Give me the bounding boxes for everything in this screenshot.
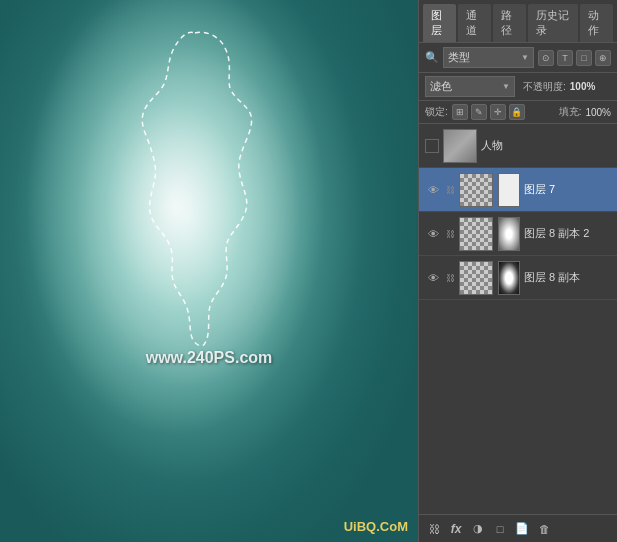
- layer-name: 图层 8 副本 2: [524, 226, 611, 241]
- blend-mode-label: 滤色: [430, 79, 452, 94]
- panel-area: 图层 通道 路径 历史记录 动作 🔍 类型 ▼ ⊙ T □ ⊕ 滤色 ▼ 不透明…: [418, 0, 617, 542]
- watermark-text: www.240PS.com: [146, 349, 273, 367]
- canvas-area: www.240PS.com UiBQ.CoM: [0, 0, 418, 542]
- layer-chain-icon: ⛓: [445, 270, 455, 286]
- layer-name: 图层 7: [524, 182, 611, 197]
- layers-list: 人物 👁 ⛓ 图层 7 👁 ⛓ 图层 8 副本 2: [419, 124, 617, 514]
- lock-pixels-btn[interactable]: ⊞: [452, 104, 468, 120]
- layer-mask-thumbnail: [498, 217, 520, 251]
- group-icon[interactable]: □: [491, 520, 509, 538]
- layer-thumbnail: [459, 217, 493, 251]
- selection-outline: [115, 28, 290, 348]
- tab-history[interactable]: 历史记录: [528, 4, 578, 42]
- layer-chain-icon: ⛓: [445, 226, 455, 242]
- search-icon: 🔍: [425, 51, 439, 64]
- lock-label: 锁定:: [425, 105, 448, 119]
- tab-channels[interactable]: 通道: [458, 4, 491, 42]
- type-dropdown-arrow: ▼: [521, 53, 529, 62]
- lock-paint-btn[interactable]: ✎: [471, 104, 487, 120]
- layer-chain-icon: ⛓: [445, 182, 455, 198]
- lock-row: 锁定: ⊞ ✎ ✛ 🔒 填充: 100%: [419, 101, 617, 124]
- layer-mask-thumbnail: [498, 261, 520, 295]
- blend-dropdown-arrow: ▼: [502, 82, 510, 91]
- filter-icon-2[interactable]: T: [557, 50, 573, 66]
- layer-name: 图层 8 副本: [524, 270, 611, 285]
- tab-actions[interactable]: 动作: [580, 4, 613, 42]
- layer-item[interactable]: 👁 ⛓ 图层 8 副本: [419, 256, 617, 300]
- blend-row: 滤色 ▼ 不透明度: 100%: [419, 73, 617, 101]
- uibq-watermark: UiBQ.CoM: [344, 519, 408, 534]
- layer-eye-icon[interactable]: 👁: [425, 270, 441, 286]
- opacity-label: 不透明度:: [523, 80, 566, 94]
- tab-layers[interactable]: 图层: [423, 4, 456, 42]
- filter-icons: ⊙ T □ ⊕: [538, 50, 611, 66]
- fill-value[interactable]: 100%: [585, 107, 611, 118]
- new-layer-icon[interactable]: 📄: [513, 520, 531, 538]
- lock-icons-group: ⊞ ✎ ✛ 🔒: [452, 104, 555, 120]
- lock-all-btn[interactable]: 🔒: [509, 104, 525, 120]
- bottom-toolbar: ⛓ fx ◑ □ 📄 🗑: [419, 514, 617, 542]
- tabs-row: 图层 通道 路径 历史记录 动作: [419, 0, 617, 43]
- blend-mode-dropdown[interactable]: 滤色 ▼: [425, 76, 515, 97]
- type-label: 类型: [448, 50, 470, 65]
- layer-name: 人物: [481, 138, 611, 153]
- layer-eye-icon[interactable]: 👁: [425, 182, 441, 198]
- filter-icon-4[interactable]: ⊕: [595, 50, 611, 66]
- lock-move-btn[interactable]: ✛: [490, 104, 506, 120]
- filter-icon-3[interactable]: □: [576, 50, 592, 66]
- filter-icon-1[interactable]: ⊙: [538, 50, 554, 66]
- delete-layer-icon[interactable]: 🗑: [535, 520, 553, 538]
- opacity-value[interactable]: 100%: [570, 81, 596, 92]
- type-dropdown[interactable]: 类型 ▼: [443, 47, 534, 68]
- layer-item[interactable]: 👁 ⛓ 图层 7: [419, 168, 617, 212]
- layer-thumbnail: [443, 129, 477, 163]
- filter-row: 🔍 类型 ▼ ⊙ T □ ⊕: [419, 43, 617, 73]
- layer-thumbnail: [459, 173, 493, 207]
- link-icon[interactable]: ⛓: [425, 520, 443, 538]
- layer-item[interactable]: 人物: [419, 124, 617, 168]
- layer-eye-icon[interactable]: 👁: [425, 226, 441, 242]
- fill-label: 填充:: [559, 105, 582, 119]
- layer-mask-thumbnail: [498, 173, 520, 207]
- layer-visibility-checkbox[interactable]: [425, 139, 439, 153]
- fx-icon[interactable]: fx: [447, 520, 465, 538]
- adjustment-icon[interactable]: ◑: [469, 520, 487, 538]
- layer-item[interactable]: 👁 ⛓ 图层 8 副本 2: [419, 212, 617, 256]
- tab-paths[interactable]: 路径: [493, 4, 526, 42]
- layer-thumbnail: [459, 261, 493, 295]
